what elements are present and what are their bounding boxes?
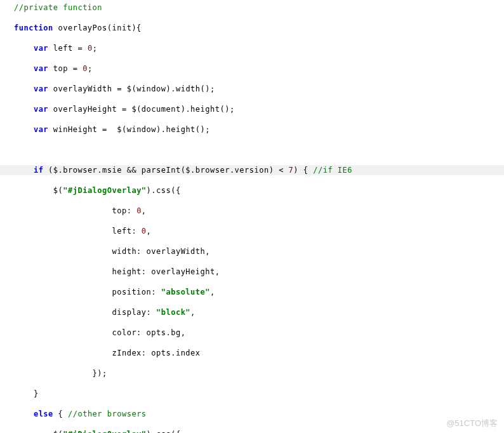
text: ) {	[293, 166, 313, 175]
text: color: opts.bg,	[14, 328, 185, 337]
code-line-highlight: if ($.browser.msie && parseInt($.browser…	[0, 165, 504, 175]
code-line: $("#jDialogOverlay").css({	[0, 185, 504, 196]
text: overlayPos(init){	[53, 23, 142, 32]
code-line: $("#jDialogOverlay").css({	[0, 429, 504, 433]
code-line: });	[0, 368, 504, 378]
comment: //if IE6	[313, 166, 352, 175]
keyword-else: else	[34, 410, 53, 418]
code-line: var left = 0;	[0, 43, 504, 53]
text: ,	[142, 206, 147, 215]
code-block[interactable]: //private function function overlayPos(i…	[0, 0, 504, 433]
text: overlayWidth = $(window).width();	[48, 84, 215, 93]
number: 0	[83, 64, 88, 73]
number: 0	[142, 227, 147, 236]
text: ,	[147, 227, 152, 236]
text: });	[14, 369, 107, 378]
text: ).css({	[147, 186, 181, 195]
code-line: //private function	[0, 3, 504, 13]
string: "block"	[156, 308, 190, 317]
text: ;	[88, 64, 93, 73]
comment: //private function	[14, 3, 102, 12]
string: "absolute"	[161, 288, 210, 296]
code-line: function overlayPos(init){	[0, 23, 504, 33]
code-line: top: 0,	[0, 206, 504, 216]
text: display:	[14, 308, 156, 317]
text: top:	[14, 206, 136, 215]
code-line: height: overlayHeight,	[0, 267, 504, 277]
code-line: var overlayWidth = $(window).width();	[0, 84, 504, 94]
number: 0	[136, 206, 142, 215]
text: position:	[14, 288, 161, 296]
keyword-function: function	[14, 23, 53, 32]
text: ;	[93, 44, 98, 53]
code-line: color: opts.bg,	[0, 328, 504, 338]
text: }	[34, 389, 39, 398]
string: "#jDialogOverlay"	[63, 430, 146, 433]
text: $(	[34, 430, 63, 433]
code-line: zIndex: opts.index	[0, 348, 504, 358]
text: left =	[48, 44, 88, 53]
comment: //other browsers	[68, 410, 147, 418]
text: ,	[210, 288, 215, 296]
text: ,	[190, 308, 196, 317]
code-line: }	[0, 389, 504, 399]
text: ($.browser.msie && parseInt($.browser.ve…	[43, 166, 288, 175]
text: winHeight = $(window).height();	[48, 125, 210, 134]
text: $(	[34, 186, 63, 195]
string: "#jDialogOverlay"	[63, 186, 146, 195]
code-line: var overlayHeight = $(document).height()…	[0, 104, 504, 114]
keyword-var: var	[34, 105, 48, 114]
keyword-var: var	[34, 125, 48, 134]
keyword-var: var	[34, 64, 48, 73]
keyword-if: if	[34, 166, 43, 175]
code-line: else { //other browsers	[0, 409, 504, 419]
number: 0	[88, 44, 93, 53]
code-line: display: "block",	[0, 307, 504, 317]
code-line	[0, 145, 504, 155]
text: zIndex: opts.index	[14, 349, 201, 357]
code-line: var top = 0;	[0, 63, 504, 74]
text: ).css({	[147, 430, 181, 433]
text: {	[53, 410, 68, 418]
text: width: overlayWidth,	[14, 247, 210, 256]
text: left:	[14, 227, 142, 236]
keyword-var: var	[34, 44, 48, 53]
text: overlayHeight = $(document).height();	[48, 105, 235, 114]
code-line: width: overlayWidth,	[0, 246, 504, 256]
code-line: position: "absolute",	[0, 287, 504, 297]
keyword-var: var	[34, 84, 48, 93]
code-line: left: 0,	[0, 226, 504, 236]
text: height: overlayHeight,	[14, 267, 220, 276]
text: top =	[48, 64, 83, 73]
code-line: var winHeight = $(window).height();	[0, 124, 504, 135]
